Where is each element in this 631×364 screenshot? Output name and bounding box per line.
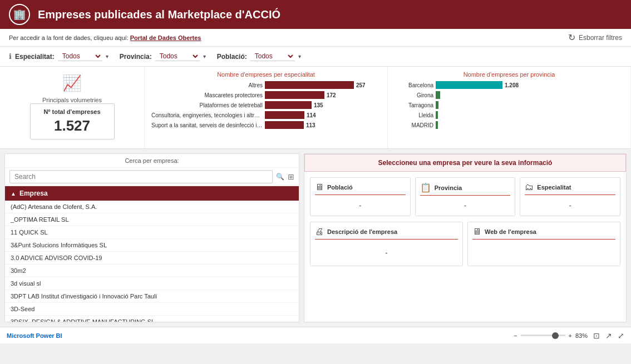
especialitat-select[interactable]: Todos (58, 52, 102, 61)
search-bar: 🔍 ⊞ (5, 168, 299, 186)
bar-container: 135 (265, 101, 323, 109)
especialitat-filter: ℹ Especialitat: Todos ▾ (9, 52, 109, 61)
poblacio-select[interactable]: Todos (250, 52, 295, 61)
zoom-plus-icon[interactable]: + (569, 332, 572, 339)
bar-container (436, 111, 440, 119)
bar-fill (436, 91, 440, 99)
bar-label: Barcelona (395, 82, 433, 88)
portal-link[interactable]: Portal de Dades Obertes (130, 34, 201, 41)
bar-fill (436, 121, 438, 129)
top-section: 📈 Principals volumetries Nº total d'empr… (0, 67, 631, 149)
bar-value: 135 (314, 102, 323, 108)
bar-value: 114 (307, 112, 316, 118)
poblacio-card: 🖥 Població - (310, 177, 411, 216)
table-rows-container: (AdC) Artesana de Clofent, S.A._OPTIMA R… (5, 201, 299, 322)
bar-label: MADRID (395, 122, 433, 128)
bar-row: Lleida (395, 111, 624, 119)
bar-label: Lleida (395, 112, 433, 118)
poblacio-icon: 🖥 (315, 182, 324, 192)
info-grid-bottom: 🖨 Descripció de l'empresa - 🖥 Web de l'e… (304, 222, 626, 272)
bar-fill (436, 111, 438, 119)
bar-container (436, 91, 442, 99)
bar-container: 257 (265, 81, 366, 89)
volumetries-panel: 📈 Principals volumetries Nº total d'empr… (0, 67, 145, 148)
refresh-icon: ↻ (568, 32, 575, 43)
bar-container (436, 101, 441, 109)
search-input[interactable] (9, 170, 273, 183)
bar-row: MADRID (395, 121, 624, 129)
bar-label: Girona (395, 92, 433, 98)
bar-container (436, 121, 440, 129)
web-icon: 🖥 (472, 227, 481, 237)
header: 🏢 Empreses publicades al Marketplace d'A… (0, 0, 631, 29)
bar-container: 172 (265, 91, 336, 99)
bottom-section: Cerca per empresa: 🔍 ⊞ ▲ Empresa (AdC) A… (0, 149, 631, 327)
table-row[interactable]: 3DSIX, DESIGN & ADDITIVE MANUFACTURING S… (5, 316, 299, 322)
table-row[interactable]: 3d visual sl (5, 277, 299, 290)
descripcio-icon: 🖨 (315, 227, 324, 237)
table-row[interactable]: 30m2 (5, 265, 299, 277)
fullscreen-icon[interactable]: ⤢ (618, 331, 624, 340)
expand-icon[interactable]: ⊡ (593, 331, 600, 340)
bar-fill (436, 81, 502, 89)
table-header: ▲ Empresa (5, 186, 299, 201)
subheader-text: Per accedir a la font de dades, cliqueu … (9, 34, 201, 41)
empresa-table: ▲ Empresa (AdC) Artesana de Clofent, S.A… (5, 186, 299, 322)
bar-fill (265, 121, 304, 129)
chart-icon: 📈 (62, 74, 82, 92)
bar-label: Tarragona (395, 102, 433, 108)
search-icon: 🔍 (276, 173, 284, 181)
zoom-control: − + 83% (514, 332, 588, 339)
left-panel: Cerca per empresa: 🔍 ⊞ ▲ Empresa (AdC) A… (4, 153, 299, 322)
especialitat-icon: 🗂 (525, 182, 534, 192)
bar-row: Plataformes de teletreball 135 (151, 101, 381, 109)
chart-provincia: Nombre d'empreses per provincia Barcelon… (388, 67, 631, 148)
cerca-title: Cerca per empresa: (5, 154, 299, 168)
zoom-minus-icon[interactable]: − (514, 332, 517, 339)
bars-especialitat-container: Altres 257 Mascaretes protectores 172 Pl… (151, 81, 381, 129)
subheader: Per accedir a la font de dades, cliqueu … (0, 29, 631, 47)
zoom-slider[interactable] (521, 335, 565, 336)
bar-value: 257 (356, 82, 366, 88)
web-card: 🖥 Web de l'empresa (467, 222, 620, 266)
bar-value: 1.208 (505, 82, 519, 88)
table-row[interactable]: 3.0 ADVICE ADVISOR COVID-19 (5, 252, 299, 265)
table-row[interactable]: 11 QUICK SL (5, 226, 299, 239)
bar-label: Mascaretes protectores (151, 92, 263, 98)
share-icon[interactable]: ↗ (605, 331, 612, 340)
powerbi-link[interactable]: Microsoft Power BI (7, 332, 62, 339)
bar-fill (265, 91, 324, 99)
provincia-icon: 📋 (420, 182, 431, 193)
table-row[interactable]: _OPTIMA RETAIL SL (5, 213, 299, 226)
table-row[interactable]: 3D-Seed (5, 303, 299, 316)
provincia-card: 📋 Provincia - (415, 177, 516, 216)
provincia-filter: Provincia: Todos ▾ (120, 52, 206, 61)
footer: Microsoft Power BI − + 83% ⊡ ↗ ⤢ (0, 327, 631, 343)
bar-container: 114 (265, 111, 316, 119)
bar-label: Altres (151, 82, 263, 88)
info-grid-top: 🖥 Població - 📋 Provincia - 🗂 Especialita… (304, 172, 626, 222)
table-row[interactable]: (AdC) Artesana de Clofent, S.A. (5, 201, 299, 213)
bar-label: Suport a la sanitat, serveis de desinfec… (151, 122, 263, 128)
poblacio-filter: Població: Todos ▾ (217, 52, 301, 61)
bar-fill (265, 101, 312, 109)
provincia-select[interactable]: Todos (155, 52, 200, 61)
refresh-button[interactable]: ↻ Esborrar filtres (568, 32, 622, 43)
bar-label: Consultoria, enginyeries, tecnologies i … (151, 112, 263, 118)
bar-label: Plataformes de teletreball (151, 102, 263, 108)
table-row[interactable]: 3DPT LAB Institut d'investigació i Innov… (5, 290, 299, 303)
poblacio-chevron-icon: ▾ (298, 53, 301, 59)
table-row[interactable]: 3&Punt Solucions Informàtiques SL (5, 239, 299, 252)
right-panel: Seleccioneu una empresa per veure la sev… (304, 153, 627, 322)
total-empreses-card: Nº total d'empreses 1.527 (30, 103, 115, 139)
chart-especialitat: Nombre d'empreses per especialitat Altre… (145, 67, 388, 148)
bar-fill (265, 111, 304, 119)
info-icon: ℹ (9, 52, 12, 61)
header-logo: 🏢 (9, 4, 30, 25)
bar-row: Consultoria, enginyeries, tecnologies i … (151, 111, 381, 119)
filter-icon[interactable]: ⊞ (288, 172, 294, 181)
bar-container: 1.208 (436, 81, 519, 89)
header-title: Empreses publicades al Marketplace d'ACC… (38, 8, 280, 21)
zoom-value: 83% (575, 332, 588, 339)
bars-provincia-container: Barcelona 1.208 Girona Tarragona Lleida (395, 81, 624, 129)
